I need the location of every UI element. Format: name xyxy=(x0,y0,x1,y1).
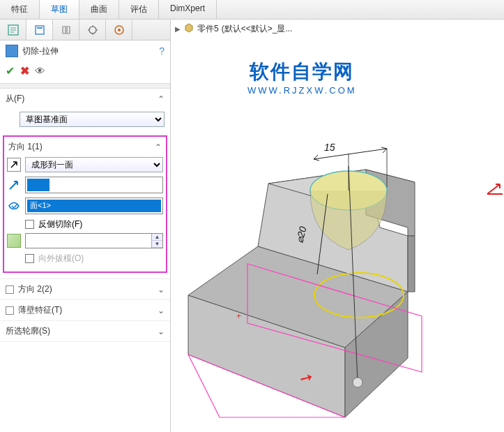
model-3d: 15 ⌀20 ➚ + xyxy=(178,138,504,431)
face-selection-field[interactable]: 面<1> xyxy=(25,198,163,214)
breadcrumb-arrow-icon: ▶ xyxy=(175,25,181,33)
draft-row: ▲ ▼ xyxy=(7,233,163,248)
direction1-head[interactable]: 方向 1(1) ⌃ xyxy=(7,141,163,157)
direction1-label: 方向 1(1) xyxy=(8,141,155,153)
draft-outward-row: 向外拔模(O) xyxy=(7,253,163,265)
ribbon-tab-evaluate[interactable]: 评估 xyxy=(119,0,159,19)
direction1-section: 方向 1(1) ⌃ 成形到一面 xyxy=(3,135,167,273)
direction-vector-row xyxy=(7,177,163,193)
face-selection-row: 面<1> xyxy=(7,198,163,214)
watermark-title: 软件自学网 xyxy=(247,59,357,85)
feature-manager-tab[interactable] xyxy=(0,20,26,40)
svg-point-3 xyxy=(89,27,96,33)
breadcrumb-part[interactable]: 零件5 xyxy=(197,23,219,35)
svg-rect-2 xyxy=(37,27,43,29)
ribbon-tab-dimxpert[interactable]: DimXpert xyxy=(159,0,217,19)
dimxpert-manager-tab[interactable] xyxy=(79,20,106,40)
chevron-down-icon: ⌄ xyxy=(158,327,165,336)
draft-angle-field[interactable]: ▲ ▼ xyxy=(25,233,163,248)
expand-icon xyxy=(6,285,14,294)
origin-icon: + xyxy=(236,311,241,321)
ribbon-tab-surfaces[interactable]: 曲面 xyxy=(79,0,119,19)
preview-toggle-icon[interactable]: 👁 xyxy=(35,65,45,77)
config-manager-tab[interactable] xyxy=(53,20,79,40)
direction-vector-value xyxy=(27,179,49,191)
triad-red[interactable] xyxy=(484,180,504,200)
property-panel: 切除-拉伸 ? ✔ ✖ 👁 从(F) ⌃ 草图基准面 方向 1(1) ⌃ xyxy=(0,20,171,432)
chevron-up-icon: ⌃ xyxy=(155,142,162,152)
direction-vector-field[interactable] xyxy=(25,177,163,193)
dimension-15[interactable]: 15 xyxy=(324,142,335,153)
face-selection-value: 面<1> xyxy=(27,200,161,212)
draft-outward-checkbox[interactable] xyxy=(25,254,34,263)
reverse-cut-label: 反侧切除(F) xyxy=(38,218,82,230)
action-row: ✔ ✖ 👁 xyxy=(0,61,170,83)
ok-button[interactable]: ✔ xyxy=(6,64,15,77)
breadcrumb-state: (默认<<默认>_显... xyxy=(222,23,293,35)
reverse-cut-row: 反侧切除(F) xyxy=(7,218,163,230)
ribbon-tab-features[interactable]: 特征 xyxy=(0,0,40,19)
contours-section[interactable]: 所选轮廓(S) ⌄ xyxy=(0,320,170,342)
feature-title-row: 切除-拉伸 ? xyxy=(0,40,170,61)
thin-feature-section[interactable]: 薄壁特征(T) ⌄ xyxy=(0,299,170,320)
property-manager-tab[interactable] xyxy=(26,20,53,40)
end-condition-row: 成形到一面 xyxy=(7,157,163,172)
help-icon[interactable]: ? xyxy=(159,45,165,57)
contours-label: 所选轮廓(S) xyxy=(6,325,158,337)
display-manager-tab[interactable] xyxy=(106,20,132,40)
spin-down-icon[interactable]: ▼ xyxy=(152,241,162,248)
cut-extrude-icon xyxy=(6,45,18,57)
svg-point-5 xyxy=(118,29,121,31)
from-select[interactable]: 草图基准面 xyxy=(20,112,165,127)
face-selection-icon xyxy=(7,199,21,213)
watermark: 软件自学网 WWW.RJZXW.COM xyxy=(247,59,357,96)
direction-arrow-icon xyxy=(7,178,21,192)
spin-up-icon[interactable]: ▲ xyxy=(152,234,162,241)
breadcrumb: ▶ 零件5 (默认<<默认>_显... xyxy=(175,22,292,36)
ribbon-tab-sketch[interactable]: 草图 xyxy=(40,0,79,19)
graphics-viewport[interactable]: ▶ 零件5 (默认<<默认>_显... 软件自学网 WWW.RJZXW.COM xyxy=(171,20,504,432)
divider xyxy=(0,83,170,89)
end-condition-select[interactable]: 成形到一面 xyxy=(25,157,163,172)
chevron-down-icon: ⌄ xyxy=(158,285,165,295)
draft-icon[interactable] xyxy=(7,234,21,248)
direction2-label: 方向 2(2) xyxy=(18,283,158,295)
svg-marker-13 xyxy=(408,236,415,292)
part-icon xyxy=(183,22,194,36)
reverse-direction-icon[interactable] xyxy=(7,158,21,172)
from-section-head[interactable]: 从(F) ⌃ xyxy=(0,89,170,109)
svg-rect-1 xyxy=(36,26,44,34)
draft-outward-label: 向外拔模(O) xyxy=(38,253,84,265)
spinner-buttons[interactable]: ▲ ▼ xyxy=(151,234,162,248)
reverse-cut-checkbox[interactable] xyxy=(25,220,34,229)
manager-tabs xyxy=(0,20,170,40)
svg-point-23 xyxy=(353,378,362,387)
direction2-section[interactable]: 方向 2(2) ⌄ xyxy=(0,278,170,299)
from-body: 草图基准面 xyxy=(0,109,170,133)
expand-icon xyxy=(6,306,14,315)
from-label: 从(F) xyxy=(6,93,158,105)
chevron-up-icon: ⌃ xyxy=(158,94,165,104)
cancel-button[interactable]: ✖ xyxy=(20,64,29,77)
ribbon: 特征 草图 曲面 评估 DimXpert xyxy=(0,0,504,20)
feature-name: 切除-拉伸 xyxy=(22,45,159,57)
thin-feature-label: 薄壁特征(T) xyxy=(18,304,158,316)
chevron-down-icon: ⌄ xyxy=(158,306,165,315)
watermark-url: WWW.RJZXW.COM xyxy=(247,85,357,96)
